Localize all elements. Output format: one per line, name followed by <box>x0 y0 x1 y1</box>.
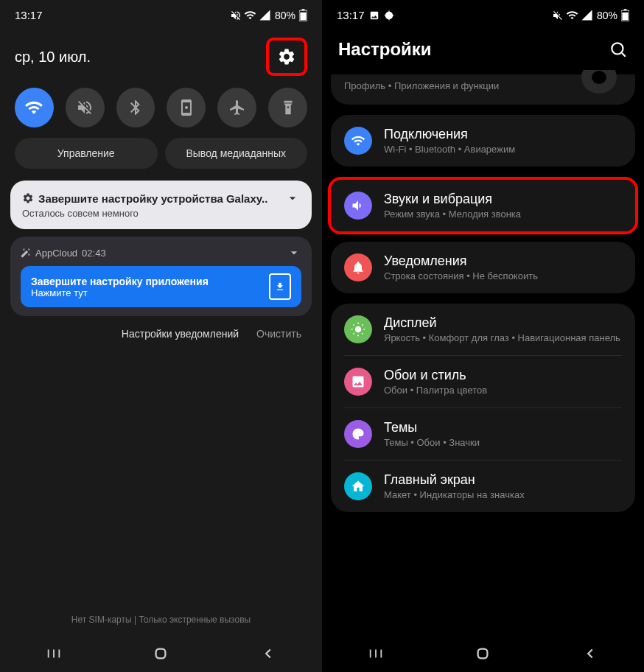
sounds-sub: Режим звука • Мелодия звонка <box>384 209 521 220</box>
battery-percent: 80% <box>275 10 295 21</box>
media-output-button[interactable]: Вывод медиаданных <box>165 138 308 169</box>
nav-home[interactable] <box>153 645 169 662</box>
mute-icon <box>552 10 564 21</box>
appcloud-notification[interactable]: AppCloud 02:43 Завершите настройку прило… <box>10 237 312 316</box>
battery-icon <box>621 9 629 21</box>
settings-header: Настройки <box>322 27 644 74</box>
toggle-sound[interactable] <box>66 88 105 127</box>
avatar-placeholder-icon <box>579 70 619 95</box>
chevron-down-icon[interactable] <box>285 191 300 206</box>
section-connections: Подключения Wi-Fi • Bluetooth • Авиарежи… <box>331 115 635 167</box>
toggle-wifi[interactable] <box>15 88 54 127</box>
wallpaper-title: Обои и стиль <box>384 368 487 383</box>
clear-notifications-button[interactable]: Очистить <box>256 328 301 340</box>
status-right: 80% <box>552 9 629 21</box>
status-icons <box>230 9 271 21</box>
wifi-icon <box>24 98 43 117</box>
shade-date: ср, 10 июл. <box>15 49 91 66</box>
row-display[interactable]: Дисплей Яркость • Комфорт для глаз • Нав… <box>331 304 635 355</box>
wifi-icon <box>566 9 578 21</box>
svg-point-13 <box>592 71 606 84</box>
row-wallpaper[interactable]: Обои и стиль Обои • Палитра цветов <box>331 356 635 407</box>
sim-status: Нет SIM-карты | Только экстренные вызовы <box>0 615 322 625</box>
appcloud-sub: Нажмите тут <box>31 287 209 298</box>
nav-back[interactable] <box>582 645 598 662</box>
image-icon <box>369 10 379 21</box>
notification-shade-screen: 13:17 80% ср, 10 июл. <box>0 0 322 672</box>
nav-bar <box>0 635 322 672</box>
battery-percent: 80% <box>597 10 617 21</box>
notifications-title: Уведомления <box>384 253 538 269</box>
wifi-icon <box>244 9 256 21</box>
notifications-sub: Строка состояния • Не беспокоить <box>384 270 538 281</box>
svg-rect-18 <box>478 649 488 659</box>
toggle-flashlight[interactable] <box>268 88 307 127</box>
airplane-icon <box>228 99 246 116</box>
themes-icon <box>344 420 372 448</box>
toggle-bluetooth[interactable] <box>116 88 155 127</box>
setup-notification-title: Завершите настройку устройства Galaxy.. <box>22 192 267 205</box>
svg-rect-9 <box>622 13 628 21</box>
device-control-button[interactable]: Управление <box>15 138 158 169</box>
status-time: 13:17 <box>15 9 43 21</box>
status-bar: 13:17 80% <box>0 0 322 27</box>
home-icon <box>344 472 372 500</box>
svg-rect-2 <box>300 13 306 21</box>
svg-line-11 <box>622 53 626 57</box>
appcloud-source: AppCloud 02:43 <box>21 248 106 259</box>
connections-title: Подключения <box>384 127 515 142</box>
gear-icon <box>384 10 394 21</box>
sounds-icon <box>344 192 372 220</box>
settings-button-highlight <box>266 38 307 76</box>
nav-bar <box>322 635 644 672</box>
nav-home[interactable] <box>475 645 491 662</box>
signal-icon <box>581 9 593 21</box>
chevron-down-icon[interactable] <box>287 245 301 260</box>
themes-title: Темы <box>384 420 480 435</box>
status-bar: 13:17 80% <box>322 0 644 27</box>
sounds-highlight: Звуки и вибрация Режим звука • Мелодия з… <box>328 177 638 234</box>
profile-section-partial[interactable]: Профиль • Приложения и функции <box>331 74 635 105</box>
row-sounds[interactable]: Звуки и вибрация Режим звука • Мелодия з… <box>331 180 635 231</box>
appcloud-action[interactable]: Завершите настройку приложения Нажмите т… <box>21 266 301 307</box>
battery-icon <box>299 9 307 21</box>
search-button[interactable] <box>609 40 628 59</box>
nav-back[interactable] <box>260 645 276 662</box>
nav-recents[interactable] <box>368 645 384 662</box>
setup-notification-sub: Осталось совсем немного <box>22 208 300 219</box>
svg-rect-6 <box>156 649 166 659</box>
status-right: 80% <box>230 9 307 21</box>
status-time: 13:17 <box>337 9 365 21</box>
nav-recents[interactable] <box>46 645 62 662</box>
row-home[interactable]: Главный экран Макет • Индикаторы на знач… <box>331 461 635 512</box>
quick-toggles <box>0 83 322 138</box>
appcloud-title: Завершите настройку приложения <box>31 276 209 287</box>
mute-icon <box>230 10 242 21</box>
toggle-airplane[interactable] <box>217 88 256 127</box>
gear-icon <box>277 47 296 66</box>
row-themes[interactable]: Темы Темы • Обои • Значки <box>331 408 635 460</box>
wand-icon <box>21 248 31 258</box>
toggle-rotation[interactable] <box>167 88 206 127</box>
search-icon <box>609 40 628 59</box>
settings-button[interactable] <box>277 47 296 66</box>
notification-actions: Настройки уведомлений Очистить <box>0 322 322 349</box>
row-connections[interactable]: Подключения Wi-Fi • Bluetooth • Авиарежи… <box>331 115 635 167</box>
status-icons <box>552 9 593 21</box>
shade-header: ср, 10 июл. <box>0 27 322 83</box>
display-icon <box>344 315 372 343</box>
home-title: Главный экран <box>384 472 525 488</box>
home-sub: Макет • Индикаторы на значках <box>384 489 525 500</box>
svg-rect-8 <box>624 9 627 10</box>
notification-settings-link[interactable]: Настройки уведомлений <box>122 328 239 340</box>
sounds-title: Звуки и вибрация <box>384 192 521 207</box>
status-left: 13:17 <box>337 9 394 21</box>
svg-point-10 <box>612 43 623 54</box>
connections-icon <box>344 127 372 155</box>
profile-sub: Профиль • Приложения и функции <box>344 80 499 91</box>
gear-icon <box>22 192 34 204</box>
download-icon <box>269 273 291 300</box>
row-notifications[interactable]: Уведомления Строка состояния • Не беспок… <box>331 242 635 293</box>
setup-notification[interactable]: Завершите настройку устройства Galaxy.. … <box>10 181 312 229</box>
wallpaper-icon <box>344 368 372 396</box>
